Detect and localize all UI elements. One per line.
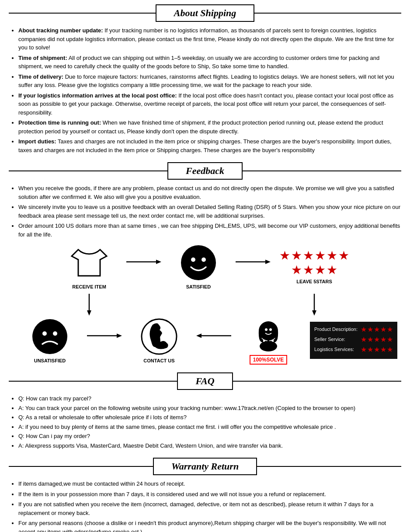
shipping-item-6-body: Taxes and charges are not included in th… [18, 138, 392, 153]
star-10: ★ [327, 263, 337, 277]
star-1: ★ [279, 248, 290, 263]
warranty-title: Warranty Return [153, 458, 257, 475]
shipping-item-2-heading: Time of shipment: [18, 55, 67, 61]
warranty-section: Warranty Return If items damaged,we must… [9, 458, 401, 532]
product-desc-label: Product Description: [314, 327, 358, 332]
logistics-stars: ★ ★ ★ ★ ★ [361, 345, 393, 354]
faq-a2: A: if you need to buy plenty of items at… [18, 423, 401, 431]
rating-box: Product Description: ★ ★ ★ ★ ★ Seller Se… [310, 322, 397, 359]
faq-a1: A: You can track your parcel on the foll… [18, 404, 401, 413]
unsatisfied-label: UNSATISFIED [34, 358, 66, 363]
product-desc-stars: ★ ★ ★ ★ ★ [361, 325, 393, 334]
diagram-leave-stars: ★ ★ ★ ★ ★ ★ ★ ★ ★ ★ LEAVE 5STARS [271, 248, 358, 284]
svg-marker-6 [265, 260, 271, 264]
svg-point-4 [202, 257, 206, 262]
feedback-section: Feedback When you receive the goods, if … [9, 162, 401, 365]
feedback-item-2: We sincerely invite you to leave us a po… [18, 203, 401, 220]
warranty-title-wrapper: Warranty Return [9, 458, 401, 475]
contact-us-label: CONTACT US [143, 358, 174, 363]
diagram-contact-us: CONTACT US [122, 317, 196, 363]
feedback-title-wrapper: Feedback [9, 162, 401, 180]
svg-point-23 [261, 323, 276, 339]
shipping-item-5: Protection time is running out: When we … [18, 118, 401, 136]
svg-point-12 [42, 331, 47, 336]
diagram-receive-item: RECEIVE ITEM [52, 243, 126, 289]
svg-marker-8 [87, 310, 91, 316]
receive-item-label: RECEIVE ITEM [72, 284, 106, 289]
feedback-item-3: Order amount 100 US dollars more than at… [18, 222, 401, 239]
shipping-item-6: Import duties: Taxes and charges are not… [18, 137, 401, 154]
faq-title-wrapper: FAQ [9, 372, 401, 390]
svg-point-13 [53, 331, 57, 336]
svg-point-11 [32, 319, 67, 354]
diagram-100solve: 100%SOLVE [231, 316, 306, 365]
faq-a3: A: Aliexpress supports Visa, MasterCard,… [18, 442, 401, 450]
svg-marker-10 [312, 310, 316, 316]
faq-q2: Q: As a retail or wholesale to offer who… [18, 413, 401, 422]
stars-bottom: ★ ★ ★ ★ [291, 263, 337, 277]
leave-stars-label: LEAVE 5STARS [296, 279, 332, 284]
svg-marker-1 [156, 260, 161, 264]
shipping-item-2: Time of shipment: All of product we can … [18, 54, 401, 71]
faq-section: FAQ Q: How can track my parcel? A: You c… [9, 372, 401, 450]
feedback-list: When you receive the goods, if there are… [9, 184, 401, 239]
shipping-item-2-body: All of product we can shipping out withi… [18, 55, 379, 70]
arrow-2 [236, 257, 271, 275]
svg-marker-18 [196, 334, 202, 338]
faq-title: FAQ [177, 372, 233, 390]
logistics-label: Logistics Services: [314, 347, 354, 352]
tshirt-icon [69, 243, 109, 282]
warranty-item-1: If items damaged,we must be contacted wi… [18, 480, 401, 488]
arrow-3 [87, 331, 122, 349]
star-7: ★ [291, 263, 302, 277]
satisfied-label: SATISFIED [186, 284, 211, 289]
warranty-list: If items damaged,we must be contacted wi… [9, 480, 401, 532]
shipping-item-4-heading: If your logistics information arrives at… [18, 92, 177, 99]
shipping-item-6-heading: Import duties: [18, 138, 56, 145]
feedback-title: Feedback [167, 162, 243, 180]
feedback-item-1: When you receive the goods, if there are… [18, 184, 401, 201]
frowny-icon [30, 317, 69, 356]
seller-service-label: Seller Service: [314, 337, 345, 342]
star-8: ★ [303, 263, 314, 277]
logistics-row: Logistics Services: ★ ★ ★ ★ ★ [314, 345, 393, 354]
stars-top: ★ ★ ★ ★ ★ ★ [279, 248, 349, 263]
faq-list: Q: How can track my parcel? A: You can t… [9, 394, 401, 450]
shipping-item-5-heading: Protection time is running out: [18, 119, 101, 126]
svg-point-25 [269, 328, 272, 331]
faq-q1: Q: How can track my parcel? [18, 394, 401, 403]
down-arrow-2 [310, 294, 319, 316]
shipping-item-4: If your logistics information arrives at… [18, 91, 401, 117]
headset-icon [249, 316, 288, 355]
shipping-section: About Shipping About tracking number upd… [9, 4, 401, 154]
shipping-list: About tracking number update: If your tr… [9, 26, 401, 154]
svg-point-3 [191, 257, 195, 262]
seller-service-stars: ★ ★ ★ ★ ★ [361, 335, 393, 344]
faq-q3: Q: How Can i pay my order? [18, 432, 401, 441]
star-5: ★ [327, 248, 337, 263]
feedback-diagram: RECEIVE ITEM SATISFIED [9, 243, 401, 365]
warranty-item-4: For any personal reasons (choose a disli… [18, 519, 401, 532]
shipping-title-wrapper: About Shipping [9, 4, 401, 22]
product-desc-row: Product Description: ★ ★ ★ ★ ★ [314, 325, 393, 334]
arrow-4 [196, 331, 231, 349]
star-4: ★ [315, 248, 326, 263]
svg-marker-15 [117, 334, 122, 338]
star-9: ★ [315, 263, 326, 277]
svg-point-2 [181, 245, 216, 280]
shipping-item-1-heading: About tracking number update: [18, 27, 103, 34]
diagram-satisfied: SATISFIED [161, 243, 236, 289]
svg-rect-26 [268, 337, 269, 342]
shipping-item-1: About tracking number update: If your tr… [18, 26, 401, 52]
star-2: ★ [291, 248, 302, 263]
solve-label: 100%SOLVE [250, 355, 287, 365]
phone-icon [139, 317, 179, 356]
arrow-1 [126, 257, 161, 275]
warranty-item-3: If you are not satisfied when you receiv… [18, 500, 401, 517]
shipping-item-3-body: Due to force majeure factors: hurricanes… [18, 73, 394, 89]
down-arrow-1 [85, 294, 94, 316]
diagram-unsatisfied: UNSATISFIED [13, 317, 87, 363]
warranty-item-2: If the item is in your possession more t… [18, 490, 401, 499]
star-6: ★ [338, 248, 349, 263]
shipping-title: About Shipping [156, 4, 254, 22]
